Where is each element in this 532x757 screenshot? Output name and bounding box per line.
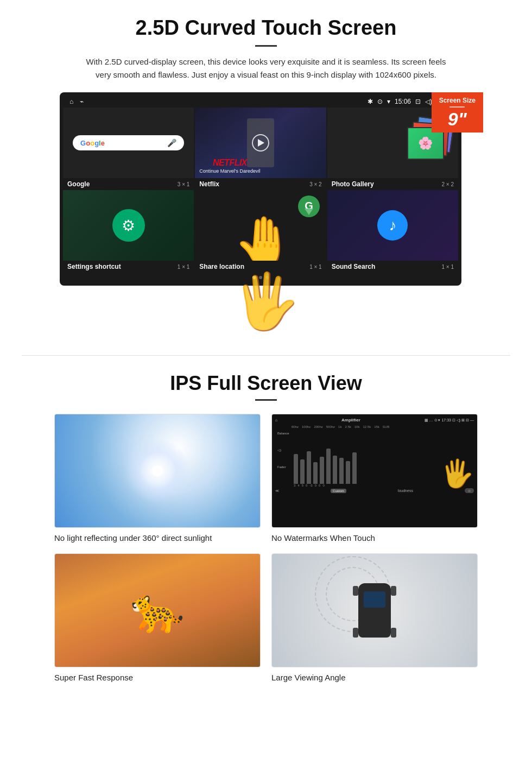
eq-bar-12k5 [339,432,344,484]
feature-item-sunlight: No light reflecting under 360° direct su… [54,414,261,542]
amp-header: ⌂ Amplifier ▦ … ⊙ ▾ 17:33 ⊡ ◁) ⊠ ⊟ — [275,418,474,422]
share-thumbnail: G 🤚 [195,190,326,261]
amp-back-icon[interactable]: ≪ [275,489,279,493]
section-divider [22,355,510,356]
section2-title-divider [255,399,277,401]
mic-icon[interactable]: 🎤 [167,138,176,147]
amplifier-image: ⌂ Amplifier ▦ … ⊙ ▾ 17:33 ⊡ ◁) ⊠ ⊟ — 60h… [271,414,478,528]
google-app-size: 3 × 1 [178,181,190,187]
badge-divider [449,106,465,108]
camera-icon: ⊡ [415,98,421,105]
gallery-app-size: 2 × 2 [441,181,454,187]
settings-app-size: 1 × 1 [178,264,190,270]
flower-icon: 🌸 [418,136,433,150]
screen-size-badge: Screen Size 9" [432,92,483,133]
netflix-label-row: Netflix 3 × 2 [195,178,326,190]
eq-bar-1k [320,432,324,484]
freq-labels: 60hz100hz200hz500hz1k 2.5k10k12.5k15kSUB [292,424,474,430]
feature-grid: No light reflecting under 360° direct su… [33,414,499,682]
app-grid-row1: Google 🎤 Google 3 × 1 [63,108,458,190]
hand-pointing-icon: 🤚 [233,217,288,261]
feature-item-car: Large Viewing Angle [271,553,478,682]
section1-title: 2.5D Curved Touch Screen [33,16,499,40]
home-icon[interactable]: ⌂ [69,98,73,105]
music-note-icon: ♪ [389,217,396,234]
netflix-app-size: 3 × 2 [309,181,322,187]
google-logo: Google [80,139,105,147]
gallery-app-name: Photo Gallery [332,180,374,188]
maps-icon: G [297,194,321,218]
usb-icon: ⌁ [80,98,84,105]
amplifier-screen: ⌂ Amplifier ▦ … ⊙ ▾ 17:33 ⊡ ◁) ⊠ ⊟ — 60h… [272,414,477,527]
sound-thumbnail: ♪ [327,190,458,261]
car-wheels [353,578,396,643]
app-cell-google[interactable]: Google 🎤 Google 3 × 1 [63,108,194,190]
screen-size-value: 9" [439,110,476,128]
music-icon-circle: ♪ [377,210,408,241]
location-icon: ⊙ [377,98,383,105]
device-wrapper: Screen Size 9" ⌂ ⌁ ✱ ⊙ ▾ 15:06 ⊡ [60,92,472,286]
sunlight-caption: No light reflecting under 360° direct su… [54,533,261,542]
google-label-row: Google 3 × 1 [63,178,194,190]
app-cell-sound[interactable]: ♪ Sound Search 1 × 1 [327,190,458,273]
cheetah-caption: Super Fast Response [54,673,261,682]
status-bar-left: ⌂ ⌁ [69,98,84,105]
netflix-logo-text: NETFLIX [199,158,260,168]
eq-bar-2k5 [326,432,331,484]
section1-title-divider [255,45,277,47]
amp-title: Amplifier [341,418,360,422]
app-grid-row2: ⚙ Settings shortcut 1 × 1 [63,190,458,273]
section2: IPS Full Screen View No light reflecting… [0,367,532,693]
amp-status-icons: ▦ … ⊙ ▾ 17:33 ⊡ ◁) ⊠ ⊟ — [425,418,474,422]
sunlight-image [54,414,261,528]
cheetah-image: 🐆 [54,553,261,667]
sound-app-size: 1 × 1 [441,264,454,270]
google-search-bar[interactable]: Google 🎤 [73,135,184,150]
google-thumbnail: Google 🎤 [63,108,194,178]
app-cell-share[interactable]: G 🤚 Share location 1 × 1 [195,190,326,273]
eq-bar-100 [300,432,305,484]
wheel-front-right [391,586,396,596]
settings-icon-circle: ⚙ [112,209,145,242]
feature-item-cheetah: 🐆 Super Fast Response [54,553,261,682]
car-image [271,553,478,667]
gear-icon: ⚙ [122,217,135,235]
eq-bar-sub [352,432,357,484]
device-screen: ⌂ ⌁ ✱ ⊙ ▾ 15:06 ⊡ ◁) ⊠ ⊟ [63,96,458,282]
bluetooth-icon: ✱ [368,98,373,105]
cheetah-bg: 🐆 [55,554,260,667]
loudness-text: loudness [398,489,413,493]
car-top-view [353,578,396,643]
touch-hand-eq: 🖐 [440,458,474,489]
eq-bar-500 [313,432,318,484]
wheel-rear-left [353,628,358,638]
eq-bar-60 [294,432,298,484]
eq-bar-15k [346,432,350,484]
feature-item-amplifier: ⌂ Amplifier ▦ … ⊙ ▾ 17:33 ⊡ ◁) ⊠ ⊟ — 60h… [271,414,478,542]
netflix-subtitle: Continue Marvel's Daredevil [199,168,260,174]
settings-thumbnail: ⚙ [63,190,194,261]
wifi-icon: ▾ [387,98,390,105]
custom-btn[interactable]: Custom [331,489,346,493]
fader-label: Fader [277,465,289,469]
wheel-rear-right [391,628,396,638]
eq-bar-200 [307,432,311,484]
amp-home-icon: ⌂ [275,418,277,422]
play-triangle-icon [258,139,264,147]
section1-description: With 2.5D curved-display screen, this de… [81,55,451,81]
app-cell-netflix[interactable]: NETFLIX Continue Marvel's Daredevil Netf… [195,108,326,190]
eq-bar-10k [333,432,337,484]
balance-label: Balance [277,432,289,435]
section2-title: IPS Full Screen View [33,372,499,395]
gallery-label-row: Photo Gallery 2 × 2 [327,178,458,190]
section1: 2.5D Curved Touch Screen With 2.5D curve… [0,0,532,344]
app-cell-settings[interactable]: ⚙ Settings shortcut 1 × 1 [63,190,194,273]
play-button[interactable] [252,134,269,152]
google-app-name: Google [67,180,90,188]
netflix-thumbnail: NETFLIX Continue Marvel's Daredevil [195,108,326,178]
amplifier-caption: No Watermarks When Touch [271,533,478,542]
screen-size-label: Screen Size [439,97,476,104]
touch-hand-decoration: 🖐 [33,269,499,333]
eq-bars-container: 🖐 [292,430,474,484]
netflix-overlay: NETFLIX Continue Marvel's Daredevil [199,158,260,174]
